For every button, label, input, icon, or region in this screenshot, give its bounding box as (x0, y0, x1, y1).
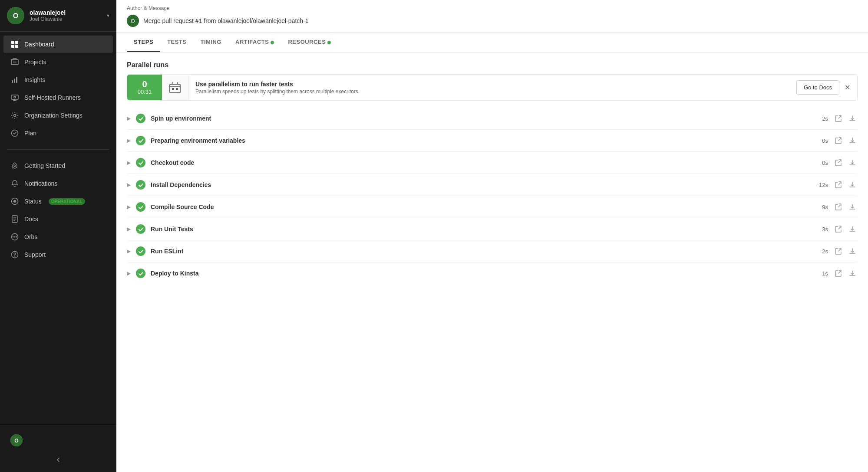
sidebar-item-orbs[interactable]: Orbs (3, 228, 113, 246)
step-name: Checkout code (151, 159, 810, 166)
banner-title: Use parallelism to run faster tests (195, 81, 784, 88)
resources-dot (327, 41, 331, 44)
sidebar-item-label: Organization Settings (24, 112, 83, 119)
sidebar-item-label: Insights (24, 76, 45, 83)
chevron-right-icon: ▶ (127, 248, 131, 254)
svg-rect-36 (176, 88, 178, 90)
open-external-button[interactable] (833, 158, 844, 167)
step-name: Deploy to Kinsta (151, 270, 810, 277)
open-external-button[interactable] (833, 203, 844, 211)
step-duration: 1s (815, 270, 828, 277)
status-badge: OPERATIONAL (49, 198, 85, 205)
collapse-sidebar-button[interactable] (0, 451, 116, 469)
step-check-icon (136, 158, 145, 167)
open-external-button[interactable] (833, 180, 844, 189)
close-banner-button[interactable]: ✕ (843, 82, 852, 93)
tab-timing[interactable]: TIMING (194, 33, 229, 52)
open-external-button[interactable] (833, 247, 844, 256)
sidebar-item-support[interactable]: Support (3, 246, 113, 263)
sidebar-item-label: Orbs (24, 233, 37, 240)
banner-box-icon (162, 75, 188, 100)
table-row[interactable]: ▶ Compile Source Code 9s (127, 196, 858, 218)
svg-rect-3 (15, 41, 18, 44)
download-button[interactable] (847, 136, 858, 145)
sidebar-item-self-hosted-runners[interactable]: Self-Hosted Runners (3, 89, 113, 106)
sidebar-item-getting-started[interactable]: Getting Started (3, 157, 113, 174)
step-name: Run ESLint (151, 248, 810, 255)
rocket-icon (10, 161, 19, 170)
sidebar-item-org-settings[interactable]: Organization Settings (3, 107, 113, 124)
sidebar-item-label: Projects (24, 59, 46, 66)
parallel-time: 00:31 (138, 88, 152, 95)
steps-list: ▶ Spin up environment 2s ▶ (116, 108, 868, 284)
step-check-icon (136, 269, 145, 278)
svg-point-26 (14, 236, 16, 238)
tab-resources[interactable]: RESOURCES (281, 33, 338, 52)
svg-point-15 (14, 115, 16, 117)
table-row[interactable]: ▶ Preparing environment variables 0s (127, 130, 858, 152)
docs-icon (10, 215, 19, 223)
download-button[interactable] (847, 158, 858, 167)
sidebar-item-projects[interactable]: Projects (3, 53, 113, 71)
tab-tests[interactable]: TESTS (160, 33, 193, 52)
table-row[interactable]: ▶ Spin up environment 2s (127, 108, 858, 130)
runners-icon (10, 93, 19, 102)
svg-rect-35 (172, 88, 174, 90)
sidebar-user-avatar-bottom[interactable]: O (3, 430, 113, 451)
chevron-right-icon: ▶ (127, 270, 131, 276)
user-fullname: Joel Olawanle (30, 16, 107, 22)
commit-header: Author & Message O Merge pull request #1… (116, 0, 868, 33)
table-row[interactable]: ▶ Install Dependencies 12s (127, 174, 858, 196)
table-row[interactable]: ▶ Checkout code 0s (127, 152, 858, 174)
open-external-button[interactable] (833, 114, 844, 123)
main-nav: Dashboard Projects Insights (0, 32, 116, 146)
insights-icon (10, 75, 19, 84)
download-button[interactable] (847, 247, 858, 256)
svg-point-17 (14, 165, 16, 167)
step-name: Spin up environment (151, 115, 810, 122)
download-button[interactable] (847, 269, 858, 278)
download-button[interactable] (847, 114, 858, 123)
tab-steps[interactable]: STEPS (127, 33, 160, 52)
chevron-right-icon: ▶ (127, 182, 131, 188)
sidebar-divider (7, 149, 109, 150)
sidebar-item-plan[interactable]: Plan (3, 125, 113, 142)
svg-text:O: O (14, 438, 18, 444)
step-name: Compile Source Code (151, 203, 810, 210)
step-check-icon (136, 180, 145, 190)
avatar-small: O (10, 434, 23, 446)
open-external-button[interactable] (833, 136, 844, 145)
banner-subtitle: Parallelism speeds up tests by splitting… (195, 88, 784, 95)
step-check-icon (136, 246, 145, 256)
user-menu[interactable]: O olawanlejoel Joel Olawanle ▾ (0, 0, 116, 32)
bell-icon (10, 179, 19, 188)
content-area: Parallel runs 0 00:31 Use parallelism to… (116, 52, 868, 472)
plan-icon (10, 129, 19, 138)
sidebar-item-insights[interactable]: Insights (3, 71, 113, 88)
download-button[interactable] (847, 203, 858, 211)
sidebar-item-docs[interactable]: Docs (3, 210, 113, 228)
table-row[interactable]: ▶ Run ESLint 2s (127, 240, 858, 262)
svg-rect-9 (14, 79, 15, 83)
download-button[interactable] (847, 225, 858, 233)
download-button[interactable] (847, 180, 858, 189)
sidebar-item-dashboard[interactable]: Dashboard (3, 36, 113, 53)
svg-rect-4 (11, 45, 14, 48)
open-external-button[interactable] (833, 225, 844, 233)
sidebar-item-label: Support (24, 251, 46, 258)
step-check-icon (136, 114, 145, 123)
artifacts-dot (271, 41, 274, 44)
tab-artifacts[interactable]: ARTIFACTS (228, 33, 281, 52)
step-check-icon (136, 224, 145, 234)
username: olawanlejoel (30, 9, 107, 16)
open-external-button[interactable] (833, 269, 844, 278)
go-to-docs-button[interactable]: Go to Docs (796, 80, 839, 95)
sidebar-item-status[interactable]: Status OPERATIONAL (3, 193, 113, 210)
table-row[interactable]: ▶ Deploy to Kinsta 1s (127, 262, 858, 284)
sidebar-item-label: Getting Started (24, 162, 65, 169)
table-row[interactable]: ▶ Run Unit Tests 3s (127, 218, 858, 240)
svg-rect-5 (15, 45, 18, 48)
sidebar-item-notifications[interactable]: Notifications (3, 175, 113, 192)
chevron-right-icon: ▶ (127, 160, 131, 166)
chevron-down-icon: ▾ (107, 13, 109, 19)
